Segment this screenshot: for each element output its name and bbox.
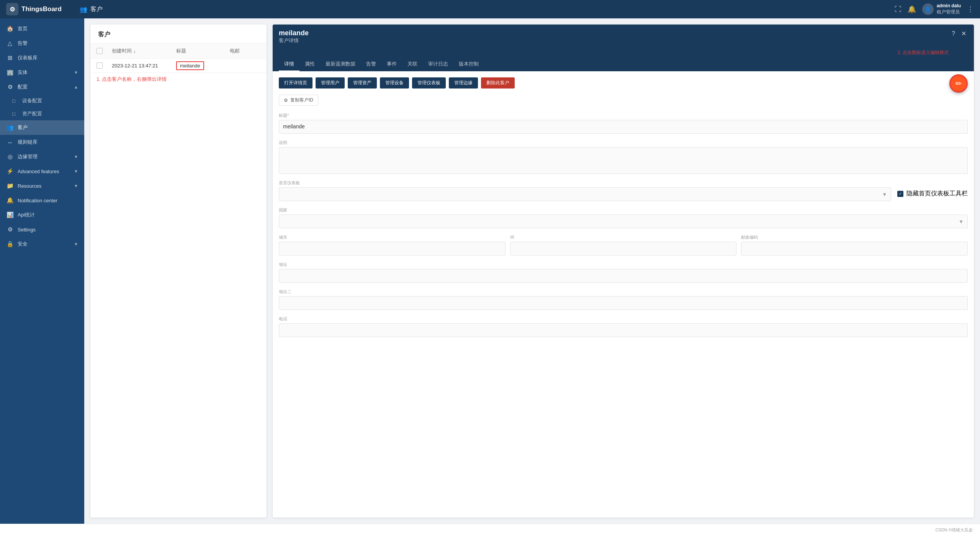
header-email-label: 电邮 xyxy=(230,48,240,54)
fullscreen-button[interactable]: ⛶ xyxy=(895,5,901,13)
header-title-text: 客户 xyxy=(90,5,103,13)
footer-text: CSDN ©情绪大瓜皮· xyxy=(936,528,974,532)
header-email: 电邮 xyxy=(230,48,260,54)
sidebar-item-rules[interactable]: ↔ 规则链库 xyxy=(0,135,84,149)
tab-attributes[interactable]: 属性 xyxy=(299,57,320,71)
hide-toolbar-row: ✓ 隐藏首页仪表板工具栏 xyxy=(897,187,968,201)
sidebar-item-edge[interactable]: ◎ 边缘管理 ▼ xyxy=(0,149,84,164)
country-label: 国家 xyxy=(279,207,968,213)
hide-toolbar-checkbox[interactable]: ✓ xyxy=(897,191,903,197)
row-created: 2023-12-21 13:47:21 xyxy=(112,63,173,69)
header-created[interactable]: 创建时间 ↓ xyxy=(112,48,173,54)
notification-bell-icon[interactable]: 🔔 xyxy=(908,5,916,13)
tab-audit[interactable]: 审计日志 xyxy=(423,57,453,71)
row-check xyxy=(97,62,109,69)
sidebar-item-device-config[interactable]: □ 设备配置 xyxy=(0,94,84,107)
sidebar-item-customers[interactable]: 👥 客户 xyxy=(0,120,84,135)
desc-value xyxy=(279,147,968,174)
detail-tabs: 详情 属性 最新遥测数据 告警 事件 关联 审计日志 版本控制 xyxy=(279,57,968,71)
header-title-label: 标题 xyxy=(176,48,186,54)
zip-label: 邮政编码 xyxy=(741,234,968,240)
address-field: 地址 xyxy=(279,262,968,283)
manage-devices-button[interactable]: 管理设备 xyxy=(380,77,409,89)
copy-customer-id-button[interactable]: ⚙ 复制客户ID xyxy=(279,95,318,106)
app-name: ThingsBoard xyxy=(21,5,62,13)
manage-assets-button[interactable]: 管理资产 xyxy=(348,77,377,89)
list-panel-title: 客户 xyxy=(90,25,267,44)
dashboard-select[interactable]: ▼ xyxy=(279,187,891,201)
help-icon[interactable]: ? xyxy=(950,30,957,38)
dashboard-row: 首页仪表板 ▼ ✓ 隐藏首页仪表板工具栏 xyxy=(279,180,968,207)
api-icon: 📊 xyxy=(6,211,14,218)
manage-dashboards-button[interactable]: 管理仪表板 xyxy=(412,77,446,89)
delete-customer-button[interactable]: 删除此客户 xyxy=(481,77,515,89)
chevron-down-icon: ▼ xyxy=(74,184,78,188)
tab-relations[interactable]: 关联 xyxy=(402,57,423,71)
copy-id-label: 复制客户ID xyxy=(290,97,313,103)
copy-id-row: ⚙ 复制客户ID xyxy=(279,95,968,106)
customer-list-panel: 客户 创建时间 ↓ 标题 电邮 xyxy=(90,25,267,518)
manage-edge-button[interactable]: 管理边缘 xyxy=(449,77,478,89)
content-area: 客户 创建时间 ↓ 标题 电邮 xyxy=(84,18,980,524)
close-icon[interactable]: ✕ xyxy=(960,29,968,38)
action-buttons: 打开详情页 管理用户 管理资产 管理设备 管理仪表板 管理边缘 删除此客户 xyxy=(279,77,968,89)
detail-body: 打开详情页 管理用户 管理资产 管理设备 管理仪表板 管理边缘 删除此客户 ⚙ … xyxy=(273,71,974,518)
dashboard-icon: ⊞ xyxy=(6,54,14,61)
user-menu[interactable]: 👤 admin dalu 租户管理员 xyxy=(922,3,961,15)
manage-users-button[interactable]: 管理用户 xyxy=(316,77,345,89)
detail-header-actions: ? ✕ xyxy=(950,29,968,38)
edit-fab-button[interactable]: ✏ xyxy=(949,74,968,93)
chevron-up-icon: ▲ xyxy=(74,85,78,89)
header-more-icon[interactable]: ⋮ xyxy=(967,5,974,13)
logo-icon: ⚙ xyxy=(6,3,18,15)
sidebar-item-home[interactable]: 🏠 首页 xyxy=(0,21,84,36)
sidebar-item-label: 仪表板库 xyxy=(18,54,78,61)
device-config-icon: □ xyxy=(12,98,18,104)
tab-telemetry[interactable]: 最新遥测数据 xyxy=(320,57,361,71)
row-checkbox[interactable] xyxy=(97,62,103,69)
chevron-down-icon: ▼ xyxy=(74,169,78,174)
sidebar-item-config[interactable]: ⚙ 配置 ▲ xyxy=(0,80,84,94)
sidebar-item-label: 安全 xyxy=(18,241,70,248)
sidebar-item-asset-config[interactable]: □ 资产配置 xyxy=(0,107,84,120)
sidebar-item-api[interactable]: 📊 Api统计 xyxy=(0,208,84,222)
sidebar-item-advanced[interactable]: ⚡ Advanced features ▼ xyxy=(0,164,84,179)
header-page-title: 👥 客户 xyxy=(80,5,890,13)
sidebar-item-settings[interactable]: ⚙ Settings xyxy=(0,222,84,237)
sidebar-item-alerts[interactable]: △ 告警 xyxy=(0,36,84,51)
tab-version[interactable]: 版本控制 xyxy=(453,57,484,71)
sidebar-item-label: 设备配置 xyxy=(22,97,42,104)
city-state-zip-row: 城市 州 邮政编码 xyxy=(279,234,968,262)
advanced-icon: ⚡ xyxy=(6,168,14,175)
sidebar-item-notifications[interactable]: 🔔 Notification center xyxy=(0,193,84,208)
tab-events[interactable]: 事件 xyxy=(381,57,402,71)
sidebar-item-label: 配置 xyxy=(18,84,70,90)
customer-name-value[interactable]: meilande xyxy=(176,61,204,70)
settings-icon: ⚙ xyxy=(6,226,14,233)
address-value xyxy=(279,269,968,283)
asset-config-icon: □ xyxy=(12,111,18,117)
tab-alarms[interactable]: 告警 xyxy=(361,57,381,71)
tab-details[interactable]: 详情 xyxy=(279,57,299,71)
state-label: 州 xyxy=(510,234,737,240)
sidebar-item-dashboards[interactable]: ⊞ 仪表板库 xyxy=(0,51,84,65)
open-detail-page-button[interactable]: 打开详情页 xyxy=(279,77,312,89)
sidebar-item-security[interactable]: 🔒 安全 ▼ xyxy=(0,237,84,251)
sidebar-item-label: 实体 xyxy=(18,69,70,76)
sidebar-item-entities[interactable]: 🏢 实体 ▼ xyxy=(0,65,84,80)
title-value: meilande xyxy=(279,120,968,134)
table-row[interactable]: 2023-12-21 13:47:21 meilande xyxy=(90,59,267,73)
sidebar-item-resources[interactable]: 📁 Resources ▼ xyxy=(0,179,84,193)
row-title[interactable]: meilande xyxy=(176,63,227,69)
customer-table: 创建时间 ↓ 标题 电邮 2023-12-21 13:47:21 xyxy=(90,44,267,518)
sidebar-item-label: Api统计 xyxy=(18,211,78,218)
title-field: 标题* meilande xyxy=(279,113,968,134)
alert-icon: △ xyxy=(6,40,14,47)
home-icon: 🏠 xyxy=(6,25,14,32)
header-check xyxy=(97,48,109,54)
chevron-down-icon: ▼ xyxy=(74,242,78,246)
country-select[interactable]: ▼ xyxy=(279,215,968,228)
sidebar-item-label: 资产配置 xyxy=(22,110,42,117)
chevron-down-icon: ▼ xyxy=(74,70,78,75)
select-all-checkbox[interactable] xyxy=(97,48,103,54)
